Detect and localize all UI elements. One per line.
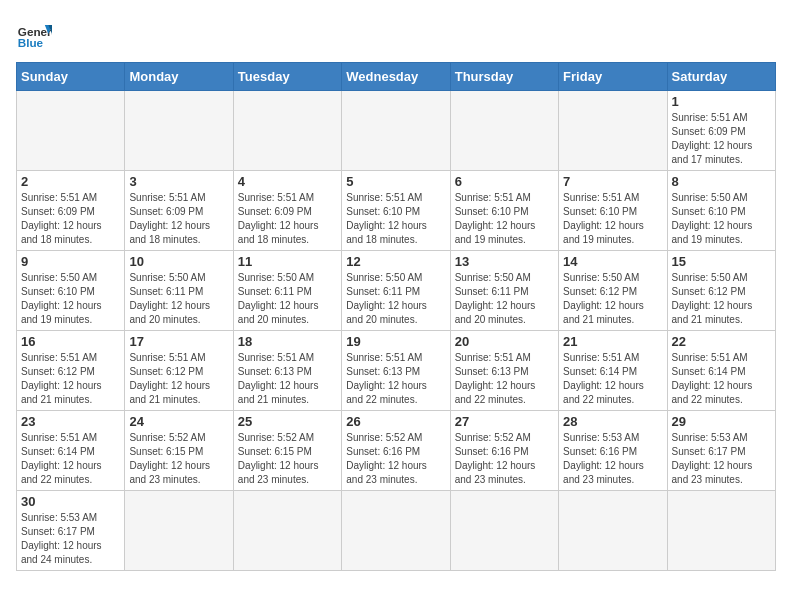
day-number: 11 — [238, 254, 337, 269]
calendar-day-cell: 8Sunrise: 5:50 AM Sunset: 6:10 PM Daylig… — [667, 171, 775, 251]
calendar-week-row: 16Sunrise: 5:51 AM Sunset: 6:12 PM Dayli… — [17, 331, 776, 411]
day-number: 17 — [129, 334, 228, 349]
day-number: 10 — [129, 254, 228, 269]
calendar-day-cell: 27Sunrise: 5:52 AM Sunset: 6:16 PM Dayli… — [450, 411, 558, 491]
calendar-day-cell: 15Sunrise: 5:50 AM Sunset: 6:12 PM Dayli… — [667, 251, 775, 331]
calendar-day-cell: 23Sunrise: 5:51 AM Sunset: 6:14 PM Dayli… — [17, 411, 125, 491]
calendar-day-cell — [233, 491, 341, 571]
calendar-day-cell: 4Sunrise: 5:51 AM Sunset: 6:09 PM Daylig… — [233, 171, 341, 251]
calendar-day-cell: 7Sunrise: 5:51 AM Sunset: 6:10 PM Daylig… — [559, 171, 667, 251]
day-info: Sunrise: 5:51 AM Sunset: 6:13 PM Dayligh… — [455, 351, 554, 407]
day-info: Sunrise: 5:50 AM Sunset: 6:10 PM Dayligh… — [21, 271, 120, 327]
day-number: 19 — [346, 334, 445, 349]
day-info: Sunrise: 5:52 AM Sunset: 6:15 PM Dayligh… — [129, 431, 228, 487]
day-number: 14 — [563, 254, 662, 269]
day-info: Sunrise: 5:51 AM Sunset: 6:14 PM Dayligh… — [672, 351, 771, 407]
calendar-day-header: Tuesday — [233, 63, 341, 91]
day-number: 8 — [672, 174, 771, 189]
day-number: 7 — [563, 174, 662, 189]
calendar-day-cell: 1Sunrise: 5:51 AM Sunset: 6:09 PM Daylig… — [667, 91, 775, 171]
calendar-day-cell: 18Sunrise: 5:51 AM Sunset: 6:13 PM Dayli… — [233, 331, 341, 411]
day-number: 23 — [21, 414, 120, 429]
calendar-week-row: 30Sunrise: 5:53 AM Sunset: 6:17 PM Dayli… — [17, 491, 776, 571]
calendar-day-cell: 2Sunrise: 5:51 AM Sunset: 6:09 PM Daylig… — [17, 171, 125, 251]
day-info: Sunrise: 5:50 AM Sunset: 6:12 PM Dayligh… — [672, 271, 771, 327]
calendar-day-cell — [17, 91, 125, 171]
day-number: 15 — [672, 254, 771, 269]
calendar-day-cell: 26Sunrise: 5:52 AM Sunset: 6:16 PM Dayli… — [342, 411, 450, 491]
day-info: Sunrise: 5:50 AM Sunset: 6:10 PM Dayligh… — [672, 191, 771, 247]
day-number: 18 — [238, 334, 337, 349]
calendar-day-cell: 20Sunrise: 5:51 AM Sunset: 6:13 PM Dayli… — [450, 331, 558, 411]
calendar-day-cell: 24Sunrise: 5:52 AM Sunset: 6:15 PM Dayli… — [125, 411, 233, 491]
calendar-day-header: Monday — [125, 63, 233, 91]
calendar-day-cell: 6Sunrise: 5:51 AM Sunset: 6:10 PM Daylig… — [450, 171, 558, 251]
day-info: Sunrise: 5:52 AM Sunset: 6:16 PM Dayligh… — [346, 431, 445, 487]
day-info: Sunrise: 5:51 AM Sunset: 6:10 PM Dayligh… — [455, 191, 554, 247]
calendar-day-cell — [450, 491, 558, 571]
calendar-week-row: 2Sunrise: 5:51 AM Sunset: 6:09 PM Daylig… — [17, 171, 776, 251]
calendar-day-cell — [559, 491, 667, 571]
day-number: 9 — [21, 254, 120, 269]
day-number: 28 — [563, 414, 662, 429]
day-number: 30 — [21, 494, 120, 509]
day-number: 26 — [346, 414, 445, 429]
calendar-day-cell — [125, 91, 233, 171]
day-number: 13 — [455, 254, 554, 269]
calendar-day-cell: 11Sunrise: 5:50 AM Sunset: 6:11 PM Dayli… — [233, 251, 341, 331]
day-info: Sunrise: 5:51 AM Sunset: 6:13 PM Dayligh… — [238, 351, 337, 407]
day-info: Sunrise: 5:50 AM Sunset: 6:11 PM Dayligh… — [455, 271, 554, 327]
calendar-day-cell: 30Sunrise: 5:53 AM Sunset: 6:17 PM Dayli… — [17, 491, 125, 571]
day-number: 22 — [672, 334, 771, 349]
day-info: Sunrise: 5:50 AM Sunset: 6:11 PM Dayligh… — [129, 271, 228, 327]
calendar-day-cell: 12Sunrise: 5:50 AM Sunset: 6:11 PM Dayli… — [342, 251, 450, 331]
day-info: Sunrise: 5:51 AM Sunset: 6:13 PM Dayligh… — [346, 351, 445, 407]
day-number: 27 — [455, 414, 554, 429]
day-info: Sunrise: 5:52 AM Sunset: 6:16 PM Dayligh… — [455, 431, 554, 487]
day-info: Sunrise: 5:50 AM Sunset: 6:11 PM Dayligh… — [346, 271, 445, 327]
day-info: Sunrise: 5:51 AM Sunset: 6:10 PM Dayligh… — [563, 191, 662, 247]
calendar-day-cell: 9Sunrise: 5:50 AM Sunset: 6:10 PM Daylig… — [17, 251, 125, 331]
day-info: Sunrise: 5:51 AM Sunset: 6:14 PM Dayligh… — [21, 431, 120, 487]
day-info: Sunrise: 5:51 AM Sunset: 6:09 PM Dayligh… — [672, 111, 771, 167]
day-number: 4 — [238, 174, 337, 189]
calendar-day-cell: 22Sunrise: 5:51 AM Sunset: 6:14 PM Dayli… — [667, 331, 775, 411]
calendar-day-cell: 29Sunrise: 5:53 AM Sunset: 6:17 PM Dayli… — [667, 411, 775, 491]
calendar-day-header: Thursday — [450, 63, 558, 91]
day-number: 24 — [129, 414, 228, 429]
calendar-day-cell — [559, 91, 667, 171]
calendar-day-cell: 17Sunrise: 5:51 AM Sunset: 6:12 PM Dayli… — [125, 331, 233, 411]
day-number: 5 — [346, 174, 445, 189]
day-info: Sunrise: 5:50 AM Sunset: 6:11 PM Dayligh… — [238, 271, 337, 327]
calendar-day-cell: 10Sunrise: 5:50 AM Sunset: 6:11 PM Dayli… — [125, 251, 233, 331]
calendar-day-header: Saturday — [667, 63, 775, 91]
day-info: Sunrise: 5:51 AM Sunset: 6:14 PM Dayligh… — [563, 351, 662, 407]
day-number: 6 — [455, 174, 554, 189]
calendar-day-cell: 3Sunrise: 5:51 AM Sunset: 6:09 PM Daylig… — [125, 171, 233, 251]
calendar-day-cell: 5Sunrise: 5:51 AM Sunset: 6:10 PM Daylig… — [342, 171, 450, 251]
day-info: Sunrise: 5:53 AM Sunset: 6:16 PM Dayligh… — [563, 431, 662, 487]
calendar-week-row: 23Sunrise: 5:51 AM Sunset: 6:14 PM Dayli… — [17, 411, 776, 491]
day-number: 21 — [563, 334, 662, 349]
day-info: Sunrise: 5:52 AM Sunset: 6:15 PM Dayligh… — [238, 431, 337, 487]
calendar-day-cell — [233, 91, 341, 171]
day-info: Sunrise: 5:51 AM Sunset: 6:12 PM Dayligh… — [129, 351, 228, 407]
calendar-day-cell: 13Sunrise: 5:50 AM Sunset: 6:11 PM Dayli… — [450, 251, 558, 331]
header: General Blue — [16, 16, 776, 52]
day-info: Sunrise: 5:51 AM Sunset: 6:09 PM Dayligh… — [129, 191, 228, 247]
day-info: Sunrise: 5:51 AM Sunset: 6:09 PM Dayligh… — [238, 191, 337, 247]
day-number: 1 — [672, 94, 771, 109]
calendar-table: SundayMondayTuesdayWednesdayThursdayFrid… — [16, 62, 776, 571]
day-number: 3 — [129, 174, 228, 189]
calendar-day-cell: 16Sunrise: 5:51 AM Sunset: 6:12 PM Dayli… — [17, 331, 125, 411]
day-number: 12 — [346, 254, 445, 269]
calendar-day-header: Wednesday — [342, 63, 450, 91]
calendar-day-cell: 19Sunrise: 5:51 AM Sunset: 6:13 PM Dayli… — [342, 331, 450, 411]
calendar-day-cell — [667, 491, 775, 571]
day-number: 20 — [455, 334, 554, 349]
logo-icon: General Blue — [16, 16, 52, 52]
calendar-day-cell — [125, 491, 233, 571]
calendar-week-row: 9Sunrise: 5:50 AM Sunset: 6:10 PM Daylig… — [17, 251, 776, 331]
calendar-day-header: Sunday — [17, 63, 125, 91]
calendar-header-row: SundayMondayTuesdayWednesdayThursdayFrid… — [17, 63, 776, 91]
